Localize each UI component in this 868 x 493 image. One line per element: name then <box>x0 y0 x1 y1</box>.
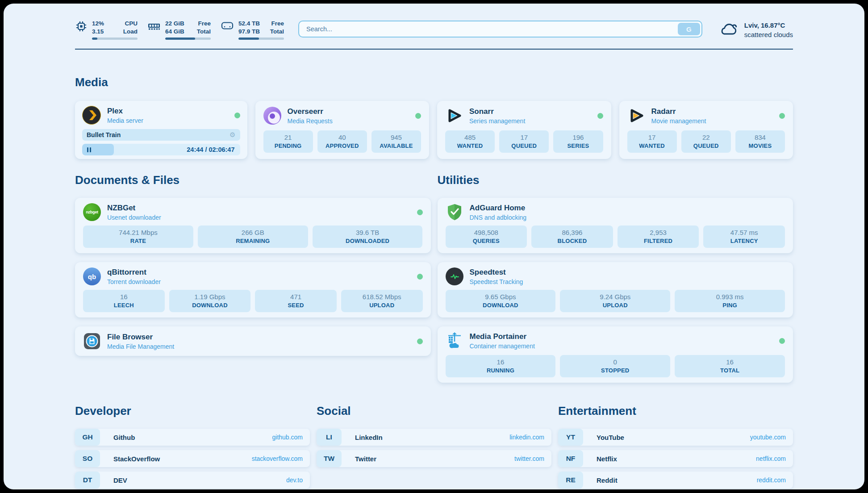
stat-available: 945 AVAILABLE <box>371 130 421 153</box>
status-dot <box>779 338 785 344</box>
stat-wanted: 485 WANTED <box>445 130 495 153</box>
stat-value: 16 <box>85 293 163 301</box>
stat-label: PENDING <box>265 142 311 149</box>
media-section-title: Media <box>75 75 793 89</box>
stat-value: 945 <box>373 134 419 141</box>
stat-label: UPLOAD <box>343 302 421 309</box>
bookmark-abbr: NF <box>558 450 583 467</box>
ram-label-free: Free <box>197 20 211 28</box>
stat-label: WANTED <box>629 142 675 149</box>
stat-label: PING <box>676 302 783 309</box>
disk-free: 52.4 TB <box>238 20 260 28</box>
bookmark-netflix[interactable]: NF Netflix netflix.com <box>558 450 793 467</box>
app-name: Sonarr <box>469 107 525 116</box>
stat-seed: 471 SEED <box>255 290 337 312</box>
app-card-adguard[interactable]: AdGuard Home DNS and adblocking 498,508 … <box>438 198 793 253</box>
stat-label: FILTERED <box>619 238 697 244</box>
bookmark-url: twitter.com <box>514 455 544 462</box>
bookmark-name: Reddit <box>597 476 618 484</box>
bookmark-abbr: GH <box>75 429 100 446</box>
stat-value: 17 <box>629 134 675 141</box>
stat-label: WANTED <box>447 142 493 149</box>
stat-latency: 47.57 ms LATENCY <box>703 226 785 248</box>
app-name: Overseerr <box>288 107 333 116</box>
cpu-progress-bar <box>92 38 138 40</box>
bookmark-abbr: RE <box>558 472 583 489</box>
stat-stopped: 0 STOPPED <box>560 355 670 377</box>
app-subtitle: Media Requests <box>288 117 333 125</box>
bookmark-reddit[interactable]: RE Reddit reddit.com <box>558 472 793 489</box>
header-divider <box>75 49 793 50</box>
app-card-overseerr[interactable]: Overseerr Media Requests 21 PENDING 40 A… <box>255 101 430 159</box>
bookmark-name: LinkedIn <box>355 434 383 441</box>
section-media: Media Plex Media server Bullet Train ⚙ <box>75 75 793 159</box>
ram-free: 22 GiB <box>165 20 184 28</box>
stat-queries: 498,508 QUERIES <box>446 226 527 248</box>
stat-approved: 40 APPROVED <box>317 130 367 153</box>
section-social: Social LI LinkedIn linkedin.com TW Twitt… <box>317 404 551 489</box>
stat-label: QUERIES <box>447 238 526 244</box>
section-entertainment: Entertainment YT YouTube youtube.com NF … <box>558 404 793 489</box>
stat-value: 834 <box>737 134 783 141</box>
status-dot <box>417 338 423 344</box>
ram-icon <box>147 20 161 33</box>
bookmark-linkedin[interactable]: LI LinkedIn linkedin.com <box>317 429 551 446</box>
bookmark-dev[interactable]: DT DEV dev.to <box>75 472 310 489</box>
stat-pending: 21 PENDING <box>263 130 313 153</box>
pause-icon[interactable] <box>87 147 91 152</box>
now-playing-bar: Bullet Train ⚙ <box>82 129 240 141</box>
status-dot <box>234 113 240 118</box>
status-dot <box>417 274 423 280</box>
adguard-icon <box>446 203 463 221</box>
stat-value: 266 GB <box>200 229 306 236</box>
app-card-radarr[interactable]: Radarr Movie management 17 WANTED 22 QUE… <box>619 101 793 159</box>
stat-filtered: 2,953 FILTERED <box>618 226 699 248</box>
filebrowser-icon <box>83 332 101 350</box>
bookmark-name: StackOverflow <box>113 455 160 463</box>
stat-label: DOWNLOADED <box>314 238 421 244</box>
stat-label: AVAILABLE <box>373 142 419 149</box>
gear-icon[interactable]: ⚙ <box>230 131 235 139</box>
stat-label: APPROVED <box>319 142 365 149</box>
app-card-nzbget[interactable]: nzbget NZBGet Usenet downloader 744.21 M… <box>75 198 431 253</box>
stat-value: 618.52 Mbps <box>343 293 421 301</box>
stat-value: 0.993 ms <box>676 293 783 301</box>
bookmark-name: DEV <box>113 476 127 484</box>
stat-label: SERIES <box>555 142 601 149</box>
bookmark-stackoverflow[interactable]: SO StackOverflow stackoverflow.com <box>75 450 310 467</box>
stat-label: LATENCY <box>705 238 783 244</box>
stat-series: 196 SERIES <box>553 130 603 153</box>
app-card-filebrowser[interactable]: File Browser Media File Management <box>75 326 431 356</box>
stat-total: 16 TOTAL <box>675 355 785 377</box>
stat-download: 9.65 Gbps DOWNLOAD <box>446 290 556 312</box>
top-bar: 12% 3.15 CPU Load <box>75 4 793 40</box>
app-card-sonarr[interactable]: Sonarr Series management 485 WANTED 17 Q… <box>437 101 611 159</box>
app-card-plex[interactable]: Plex Media server Bullet Train ⚙ 24:44 /… <box>75 101 247 159</box>
bookmark-url: stackoverflow.com <box>252 455 303 462</box>
stat-queued: 22 QUEUED <box>681 130 731 153</box>
playback-time: 24:44 / 02:06:47 <box>187 146 240 153</box>
stat-value: 16 <box>447 358 554 366</box>
search-input[interactable] <box>299 25 678 33</box>
app-card-speedtest[interactable]: Speedtest Speedtest Tracking 9.65 Gbps D… <box>438 262 793 318</box>
stat-upload: 618.52 Mbps UPLOAD <box>341 290 423 312</box>
playback-progress-bar[interactable]: 24:44 / 02:06:47 <box>82 144 240 155</box>
app-subtitle: DNS and adblocking <box>470 214 527 221</box>
stat-download: 1.19 Gbps DOWNLOAD <box>169 290 251 312</box>
search-engine-button[interactable]: G <box>678 23 700 35</box>
bookmark-twitter[interactable]: TW Twitter twitter.com <box>317 450 551 467</box>
bookmark-abbr: DT <box>75 472 100 489</box>
stat-label: DOWNLOAD <box>171 302 249 309</box>
stat-label: UPLOAD <box>562 302 668 309</box>
bookmark-youtube[interactable]: YT YouTube youtube.com <box>558 429 793 446</box>
app-card-qbittorrent[interactable]: qb qBittorrent Torrent downloader 16 LEE… <box>75 262 431 318</box>
weather-location: Lviv, 16.87°C <box>744 21 793 30</box>
disk-label-free: Free <box>270 20 284 28</box>
app-name: Speedtest <box>470 268 523 277</box>
app-card-portainer[interactable]: Media Portainer Container management 16 … <box>438 326 793 383</box>
section-utilities: Utilities AdGuard Home <box>438 173 793 383</box>
app-name: AdGuard Home <box>470 204 527 213</box>
stat-rate: 744.21 Mbps RATE <box>83 226 193 248</box>
now-playing-title: Bullet Train <box>87 131 121 138</box>
bookmark-github[interactable]: GH Github github.com <box>75 429 310 446</box>
